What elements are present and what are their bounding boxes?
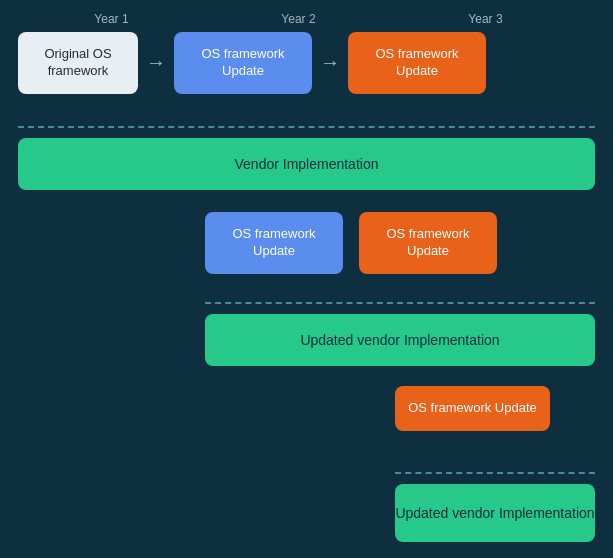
arrow-1-icon: → (138, 51, 174, 74)
year-2-label: Year 2 (205, 12, 392, 26)
os-update-orange-1-box: OS framework Update (348, 32, 486, 94)
os-update-blue-1-box: OS framework Update (174, 32, 312, 94)
original-os-box: Original OS framework (18, 32, 138, 94)
year-3-label: Year 3 (392, 12, 579, 26)
arrow-2-icon: → (312, 51, 348, 74)
dashed-divider-3 (395, 472, 595, 474)
updated-vendor-bar-2: Updated vendor Implementation (395, 484, 595, 542)
vendor-implementation-bar: Vendor Implementation (18, 138, 595, 190)
year-labels: Year 1 Year 2 Year 3 (0, 12, 613, 26)
year-1-label: Year 1 (18, 12, 205, 26)
row1-boxes: Original OS framework → OS framework Upd… (18, 32, 595, 94)
row2-boxes: OS framework Update OS framework Update (205, 212, 595, 274)
os-update-orange-3-box: OS framework Update (395, 386, 550, 431)
row3-boxes: OS framework Update (395, 386, 595, 431)
updated-vendor-bar-1: Updated vendor Implementation (205, 314, 595, 366)
os-update-blue-2-box: OS framework Update (205, 212, 343, 274)
os-update-orange-2-box: OS framework Update (359, 212, 497, 274)
dashed-divider-1 (18, 126, 595, 128)
dashed-divider-2 (205, 302, 595, 304)
diagram: Year 1 Year 2 Year 3 Original OS framewo… (0, 0, 613, 558)
